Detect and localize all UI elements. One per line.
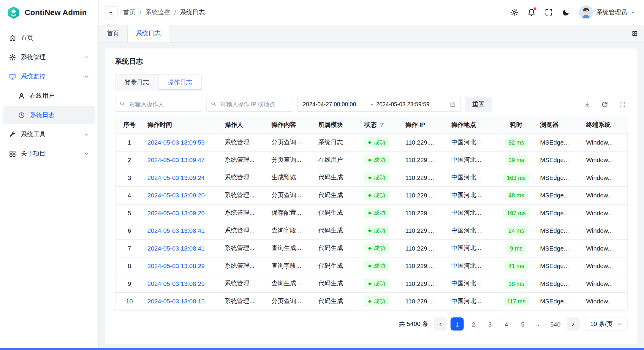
search-icon xyxy=(211,101,216,106)
log-time-link[interactable]: 2024-05-03 13:09:20 xyxy=(148,192,205,199)
cell-duration: 9 ms xyxy=(496,239,536,257)
expand-fullscreen-icon[interactable] xyxy=(619,101,626,108)
page-button-540[interactable]: 540 xyxy=(548,317,564,330)
ip-search-input[interactable] xyxy=(206,97,293,112)
status-dot-icon xyxy=(368,282,371,285)
column-header: 操作地点 xyxy=(447,117,496,133)
log-time-link[interactable]: 2024-05-03 13:08:15 xyxy=(148,298,205,305)
download-icon[interactable] xyxy=(584,101,591,108)
cell-ip: 110.229.... xyxy=(401,292,447,310)
status-badge: 成功 xyxy=(364,155,389,165)
duration-badge: 48 ms xyxy=(505,190,528,200)
filter-icon[interactable] xyxy=(379,123,384,128)
page-button-1[interactable]: 1 xyxy=(450,317,463,330)
duration-badge: 18 ms xyxy=(505,279,528,289)
cell-ip: 110.229.... xyxy=(401,151,447,169)
status-badge: 成功 xyxy=(364,172,389,183)
table-header-row: 序号操作时间操作人操作内容所属模块状态操作 IP操作地点耗时浏览器终端系统 xyxy=(115,117,628,133)
table-row: 72024-05-03 13:08:41系统管理...查询生成...代码生成成功… xyxy=(115,239,628,257)
page-size-select[interactable]: 10 条/页 xyxy=(585,317,628,331)
log-time-link[interactable]: 2024-05-03 13:09:20 xyxy=(148,209,205,216)
cell-index: 1 xyxy=(115,134,143,151)
tab-system-log[interactable]: 系统日志 xyxy=(128,25,169,42)
cell-time: 2024-05-03 13:09:47 xyxy=(143,151,221,169)
cell-module: 在线用户 xyxy=(314,151,360,169)
main-area: 首页 / 系统监控 / 系统日志 系统管理员 xyxy=(99,0,644,350)
prev-page-button[interactable] xyxy=(434,317,447,330)
cell-content: 生成预览 xyxy=(268,169,314,186)
column-header: 终端系统 xyxy=(582,117,628,133)
cell-index: 5 xyxy=(115,204,143,221)
sidebar-item-system-management[interactable]: 系统管理 xyxy=(3,48,95,66)
pagination-total: 共 5400 条 xyxy=(399,320,428,328)
cell-os: Window... xyxy=(582,257,628,275)
cell-index: 7 xyxy=(115,239,143,257)
settings-icon[interactable] xyxy=(510,8,518,17)
sidebar-item-online-users[interactable]: 在线用户 xyxy=(3,87,95,105)
duration-badge: 117 ms xyxy=(503,296,529,306)
notification-bell-icon[interactable] xyxy=(527,8,536,17)
date-end-input[interactable] xyxy=(376,101,441,107)
dark-mode-moon-icon[interactable] xyxy=(562,8,570,17)
operator-search-input[interactable] xyxy=(115,97,202,112)
pagination-ellipsis[interactable]: ... xyxy=(533,317,544,330)
cell-browser: MSEdge... xyxy=(536,204,582,221)
page-button-2[interactable]: 2 xyxy=(467,317,480,330)
log-time-link[interactable]: 2024-05-03 13:08:41 xyxy=(148,227,205,234)
tab-home[interactable]: 首页 xyxy=(99,25,128,42)
sidebar-item-about[interactable]: 关于项目 xyxy=(3,145,95,163)
user-menu[interactable]: 系统管理员 xyxy=(579,5,636,19)
tab-operation-log[interactable]: 操作日志 xyxy=(159,74,202,90)
cell-operator: 系统管理... xyxy=(221,169,268,186)
cell-content: 分页查询... xyxy=(268,134,314,151)
sidebar-item-system-log[interactable]: 系统日志 xyxy=(3,106,95,124)
log-table: 序号操作时间操作人操作内容所属模块状态操作 IP操作地点耗时浏览器终端系统 12… xyxy=(115,117,627,311)
tab-layout-grid-icon[interactable] xyxy=(632,31,637,36)
logo[interactable]: ContiNew Admin xyxy=(0,0,98,26)
avatar xyxy=(579,5,593,19)
sidebar-item-system-monitor[interactable]: 系统监控 xyxy=(3,67,95,85)
cell-time: 2024-05-03 13:09:59 xyxy=(143,134,221,151)
search-icon xyxy=(120,101,125,106)
table-row: 82024-05-03 13:08:29系统管理...查询字段...代码生成成功… xyxy=(115,257,628,275)
page-button-4[interactable]: 4 xyxy=(500,317,513,330)
fullscreen-icon[interactable] xyxy=(545,8,553,17)
cell-duration: 197 ms xyxy=(496,204,536,221)
log-type-tabs: 登录日志 操作日志 xyxy=(115,74,627,90)
duration-badge: 163 ms xyxy=(503,173,529,183)
log-time-link[interactable]: 2024-05-03 13:08:29 xyxy=(148,280,205,287)
breadcrumb-system-monitor[interactable]: 系统监控 xyxy=(145,8,170,16)
cell-ip: 110.229.... xyxy=(401,239,447,257)
reset-button[interactable]: 重置 xyxy=(465,97,492,112)
cell-module: 代码生成 xyxy=(314,204,360,221)
log-time-link[interactable]: 2024-05-03 13:08:29 xyxy=(148,262,205,270)
log-time-link[interactable]: 2024-05-03 13:09:47 xyxy=(148,156,205,164)
tab-login-log[interactable]: 登录日志 xyxy=(115,74,159,90)
home-icon xyxy=(9,34,16,42)
cell-status: 成功 xyxy=(360,134,401,151)
sidebar-item-system-tools[interactable]: 系统工具 xyxy=(3,125,95,143)
log-time-link[interactable]: 2024-05-03 13:09:24 xyxy=(148,174,205,181)
system-log-card: 系统日志 登录日志 操作日志 - xyxy=(105,48,637,344)
date-start-input[interactable] xyxy=(303,101,368,107)
cell-ip: 110.229.... xyxy=(401,257,447,275)
cell-module: 代码生成 xyxy=(314,275,360,292)
column-header: 序号 xyxy=(115,117,143,133)
collapse-sidebar-button[interactable] xyxy=(105,6,117,18)
page-button-5[interactable]: 5 xyxy=(516,317,529,330)
refresh-icon[interactable] xyxy=(601,101,608,108)
log-time-link[interactable]: 2024-05-03 13:08:41 xyxy=(148,245,205,252)
sidebar-item-home[interactable]: 首页 xyxy=(3,29,95,47)
cell-operator: 系统管理... xyxy=(221,222,268,239)
breadcrumb-home[interactable]: 首页 xyxy=(123,8,135,16)
status-dot-icon xyxy=(368,159,371,161)
duration-badge: 24 ms xyxy=(505,226,528,235)
next-page-button[interactable] xyxy=(567,317,580,330)
status-badge: 成功 xyxy=(364,225,389,236)
cell-index: 10 xyxy=(115,292,143,310)
date-range-picker[interactable]: - xyxy=(298,97,461,112)
column-header: 浏览器 xyxy=(536,117,582,133)
apps-icon xyxy=(9,150,16,157)
log-time-link[interactable]: 2024-05-03 13:09:59 xyxy=(148,139,205,146)
page-button-3[interactable]: 3 xyxy=(483,317,496,330)
